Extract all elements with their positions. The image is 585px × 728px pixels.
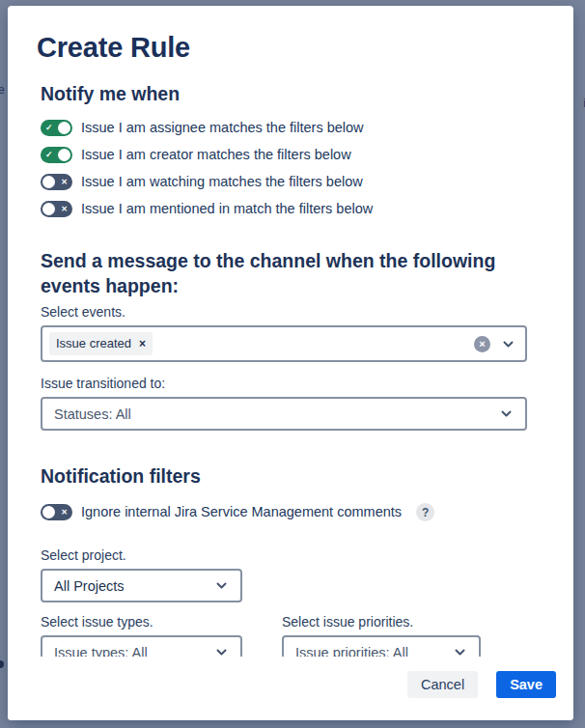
issue-priorities-select-value: Issue priorities: All (295, 645, 408, 658)
issue-types-select-value: Issue types: All (54, 645, 148, 658)
help-icon[interactable]: ? (416, 503, 434, 521)
modal-body: Create Rule Notify me when ✓ ✕ Issue I a… (8, 6, 573, 657)
modal-title: Create Rule (37, 31, 552, 64)
toggle-knob (42, 203, 55, 215)
watching-toggle[interactable]: ✓ ✕ (41, 174, 72, 190)
cancel-button[interactable]: Cancel (407, 671, 478, 698)
issue-priorities-select[interactable]: Issue priorities: All (282, 635, 481, 657)
cross-icon: ✕ (61, 508, 68, 516)
creator-toggle[interactable]: ✓ ✕ (41, 147, 72, 163)
ignore-internal-toggle[interactable]: ✓ ✕ (41, 504, 72, 520)
statuses-select-value: Statuses: All (54, 406, 131, 422)
select-issue-types-label: Select issue types. (41, 614, 242, 630)
toggle-label: Issue I am watching matches the filters … (81, 172, 363, 192)
project-select[interactable]: All Projects (41, 569, 242, 602)
toggle-knob (58, 149, 70, 161)
tag-remove-icon[interactable]: × (139, 338, 146, 350)
check-icon: ✓ (45, 124, 53, 132)
toggle-row-assignee: ✓ ✕ Issue I am assignee matches the filt… (41, 118, 535, 138)
types-priorities-row: Select issue types. Issue types: All Sel… (41, 614, 535, 657)
toggle-label: Ignore internal Jira Service Management … (81, 502, 402, 522)
toggle-knob (42, 176, 55, 188)
chevron-down-icon (214, 578, 229, 593)
notify-section: Notify me when ✓ ✕ Issue I am assignee m… (41, 81, 535, 219)
cross-icon: ✕ (61, 205, 68, 212)
select-project-label: Select project. (41, 547, 535, 564)
issue-types-field: Select issue types. Issue types: All (41, 614, 242, 657)
notify-heading: Notify me when (41, 81, 535, 106)
events-multiselect[interactable]: Issue created × × (41, 325, 527, 362)
mentioned-toggle[interactable]: ✓ ✕ (41, 201, 72, 217)
assignee-toggle[interactable]: ✓ ✕ (41, 120, 72, 136)
events-heading: Send a message to the channel when the f… (41, 248, 535, 298)
chevron-down-icon (499, 406, 514, 421)
statuses-select[interactable]: Statuses: All (41, 397, 527, 431)
project-select-value: All Projects (54, 578, 125, 594)
toggle-knob (42, 506, 55, 518)
selected-event-tag: Issue created × (49, 332, 153, 355)
clear-all-icon[interactable]: × (474, 336, 490, 352)
create-rule-modal: Create Rule Notify me when ✓ ✕ Issue I a… (8, 6, 573, 720)
chevron-down-icon (501, 337, 515, 351)
selected-event-tag-label: Issue created (56, 336, 131, 351)
toggle-row-creator: ✓ ✕ Issue I am creator matches the filte… (41, 145, 535, 165)
save-button[interactable]: Save (496, 671, 556, 698)
toggle-row-ignore-internal: ✓ ✕ Ignore internal Jira Service Managem… (41, 502, 535, 522)
check-icon: ✓ (45, 151, 53, 159)
toggle-knob (58, 122, 70, 134)
project-field: Select project. All Projects (41, 547, 535, 602)
toggle-label: Issue I am assignee matches the filters … (81, 118, 364, 138)
toggle-label: Issue I am creator matches the filters b… (81, 145, 351, 165)
events-section: Send a message to the channel when the f… (41, 248, 535, 431)
select-issue-priorities-label: Select issue priorities. (282, 614, 481, 630)
select-events-label: Select events. (41, 304, 535, 321)
issue-types-select[interactable]: Issue types: All (41, 635, 242, 657)
chevron-down-icon (453, 645, 467, 657)
filters-section: Notification filters ✓ ✕ Ignore internal… (41, 463, 535, 657)
chevron-down-icon (214, 645, 229, 657)
issue-priorities-field: Select issue priorities. Issue prioritie… (282, 614, 481, 657)
issue-transitioned-label: Issue transitioned to: (41, 376, 535, 392)
toggle-row-mentioned: ✓ ✕ Issue I am mentioned in match the fi… (41, 199, 535, 219)
background-dot-fragment (0, 660, 4, 668)
modal-footer: Cancel Save (8, 657, 573, 720)
cross-icon: ✕ (61, 178, 68, 185)
toggle-label: Issue I am mentioned in match the filter… (81, 199, 373, 219)
toggle-row-watching: ✓ ✕ Issue I am watching matches the filt… (41, 172, 535, 192)
notification-filters-heading: Notification filters (41, 463, 535, 489)
background-text-fragment: e (0, 83, 5, 97)
